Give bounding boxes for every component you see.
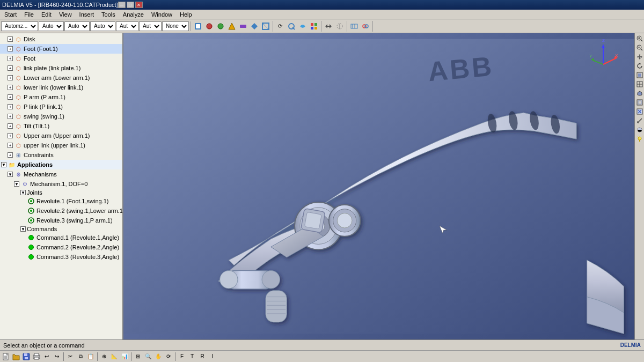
toolbar-select-automz[interactable]: Automz... xyxy=(1,21,38,31)
btb-btn-print[interactable] xyxy=(32,352,41,361)
menu-item-edit[interactable]: Edit xyxy=(38,11,55,18)
menu-item-file[interactable]: File xyxy=(21,11,37,18)
btb-btn-zoom-area[interactable]: 🔍 xyxy=(143,352,153,361)
expand-parm[interactable]: + xyxy=(8,94,13,100)
expand-plink[interactable]: + xyxy=(8,104,13,109)
expand-upperarm[interactable]: + xyxy=(8,133,13,138)
tree-item-joints[interactable]: ▼ Joints xyxy=(0,189,122,196)
expand-swing[interactable]: + xyxy=(8,114,13,119)
toolbar-select-aut2[interactable]: Aut xyxy=(139,21,162,31)
menu-item-view[interactable]: View xyxy=(56,11,75,18)
expand-mechanisms[interactable]: ▼ xyxy=(8,172,13,177)
tree-item-cmd3[interactable]: Command.3 (Revolute.3,Angle) xyxy=(0,252,122,262)
btb-btn-iso[interactable]: I xyxy=(208,352,217,361)
btb-btn-rotate2[interactable]: ⟳ xyxy=(164,352,173,361)
toolbar-btn-3[interactable] xyxy=(215,21,226,32)
rtb-btn-rotate[interactable] xyxy=(635,62,644,70)
btb-btn-pan2[interactable]: ✋ xyxy=(153,352,163,361)
rtb-btn-shade[interactable] xyxy=(635,125,644,134)
expand-linkplate[interactable]: + xyxy=(8,65,13,71)
toolbar-btn-10[interactable] xyxy=(297,21,308,32)
toolbar-btn-4[interactable] xyxy=(226,21,237,32)
toolbar-btn-12[interactable] xyxy=(323,21,334,32)
btb-btn-top[interactable]: T xyxy=(187,352,197,361)
minimize-button[interactable]: ─ xyxy=(118,2,126,8)
toolbar-btn-14[interactable] xyxy=(349,21,360,32)
btb-btn-analysis[interactable]: 📊 xyxy=(120,352,129,361)
toolbar-select-auto1[interactable]: Auto xyxy=(39,21,64,31)
toolbar-btn-5[interactable] xyxy=(238,21,248,32)
menu-item-insert[interactable]: Insert xyxy=(76,11,98,18)
btb-btn-measure2[interactable]: 📐 xyxy=(109,352,119,361)
tree-item-upperlink[interactable]: + ⬡ upper link (upper link.1) xyxy=(0,141,122,150)
menu-item-analyze[interactable]: Analyze xyxy=(120,11,147,18)
toolbar-btn-15[interactable] xyxy=(360,21,371,32)
close-button[interactable]: ✕ xyxy=(135,2,143,8)
expand-applications[interactable]: ▼ xyxy=(1,162,6,167)
expand-tilt[interactable]: + xyxy=(8,123,13,129)
toolbar-select-none[interactable]: None xyxy=(162,21,189,31)
toolbar-btn-11[interactable] xyxy=(309,21,319,32)
tree-item-rev1[interactable]: Revolute.1 (Foot.1,swing.1) xyxy=(0,196,122,206)
maximize-button[interactable]: □ xyxy=(127,2,134,8)
3d-viewport[interactable]: ABB xyxy=(123,33,634,339)
btb-btn-cut[interactable]: ✂ xyxy=(65,352,75,361)
expand-disk[interactable]: + xyxy=(8,36,13,42)
btb-btn-snap[interactable]: ⊕ xyxy=(99,352,109,361)
tree-item-upperarm[interactable]: + ⬡ Upper arm (Upper arm.1) xyxy=(0,131,122,141)
btb-btn-front[interactable]: F xyxy=(177,352,187,361)
btb-btn-open[interactable] xyxy=(11,352,21,361)
rtb-btn-section[interactable] xyxy=(635,107,644,116)
tree-item-rev3[interactable]: Revolute.3 (swing.1,P arm.1) xyxy=(0,216,122,225)
rtb-btn-measure[interactable] xyxy=(635,116,644,125)
tree-item-mechanisms[interactable]: ▼ ⚙ Mechanisms xyxy=(0,169,122,179)
toolbar-select-aut1[interactable]: Aut xyxy=(116,21,138,31)
expand-upperlink[interactable]: + xyxy=(8,143,13,148)
rtb-btn-view2[interactable] xyxy=(635,89,644,98)
expand-joints[interactable]: ▼ xyxy=(20,190,26,195)
tree-item-rev2[interactable]: Revolute.2 (swing.1,Lower arm.1) xyxy=(0,206,122,216)
navigation-cube[interactable]: X Y Z xyxy=(587,38,619,76)
toolbar-select-auto2[interactable]: Auto xyxy=(64,21,90,31)
expand-lowerlink[interactable]: + xyxy=(8,85,13,90)
btb-btn-right[interactable]: R xyxy=(197,352,207,361)
tree-item-foot1[interactable]: + ⬡ Foot (Foot.1) xyxy=(0,44,122,54)
rtb-btn-view1[interactable] xyxy=(635,80,644,88)
tree-item-commands[interactable]: ▼ Commands xyxy=(0,225,122,233)
tree-item-cmd1[interactable]: Command.1 (Revolute.1,Angle) xyxy=(0,233,122,242)
btb-btn-zoom-fit[interactable]: ⊞ xyxy=(133,352,143,361)
tree-item-linkplate[interactable]: + ⬡ link plate (link plate.1) xyxy=(0,63,122,73)
rtb-btn-fit[interactable] xyxy=(635,71,644,79)
btb-btn-save[interactable] xyxy=(21,352,31,361)
tree-item-parm[interactable]: + ⬡ P arm (P arm.1) xyxy=(0,92,122,102)
toolbar-btn-7[interactable] xyxy=(260,21,271,32)
rtb-btn-wireframe[interactable] xyxy=(635,98,644,107)
tree-item-foot[interactable]: + ⬡ Foot xyxy=(0,54,122,63)
toolbar-btn-1[interactable] xyxy=(193,21,203,32)
menu-item-window[interactable]: Window xyxy=(148,11,175,18)
toolbar-btn-6[interactable] xyxy=(249,21,260,32)
tree-item-lowerarm[interactable]: + ⬡ Lower arm (Lower arm.1) xyxy=(0,73,122,83)
expand-foot1[interactable]: + xyxy=(8,46,13,51)
expand-lowerarm[interactable]: + xyxy=(8,75,13,80)
tree-item-applications[interactable]: ▼ 📁 Applications xyxy=(0,160,122,169)
rtb-btn-light[interactable] xyxy=(635,135,644,143)
toolbar-btn-8[interactable]: ⟳ xyxy=(275,21,286,32)
tree-item-swing[interactable]: + ⬡ swing (swing.1) xyxy=(0,112,122,121)
expand-commands[interactable]: ▼ xyxy=(20,226,26,232)
menu-item-start[interactable]: Start xyxy=(1,11,20,18)
tree-item-lowerlink[interactable]: + ⬡ lower link (lower link.1) xyxy=(0,83,122,92)
btb-btn-paste[interactable]: 📋 xyxy=(86,352,96,361)
tree-item-disk[interactable]: + ⬡ Disk xyxy=(0,34,122,44)
menu-item-tools[interactable]: Tools xyxy=(98,11,119,18)
btb-btn-new[interactable] xyxy=(1,352,11,361)
toolbar-btn-13[interactable] xyxy=(334,21,345,32)
rtb-btn-zoom-in[interactable] xyxy=(635,34,644,43)
tree-item-mech1[interactable]: ▼ ⚙ Mechanism.1, DOF=0 xyxy=(0,179,122,189)
tree-item-tilt[interactable]: + ⬡ Tilt (Tilt.1) xyxy=(0,121,122,131)
toolbar-btn-2[interactable] xyxy=(204,21,215,32)
rtb-btn-pan[interactable] xyxy=(635,53,644,61)
toolbar-select-auto3[interactable]: Auto xyxy=(90,21,115,31)
expand-mech1[interactable]: ▼ xyxy=(14,181,19,187)
toolbar-btn-9[interactable] xyxy=(286,21,297,32)
